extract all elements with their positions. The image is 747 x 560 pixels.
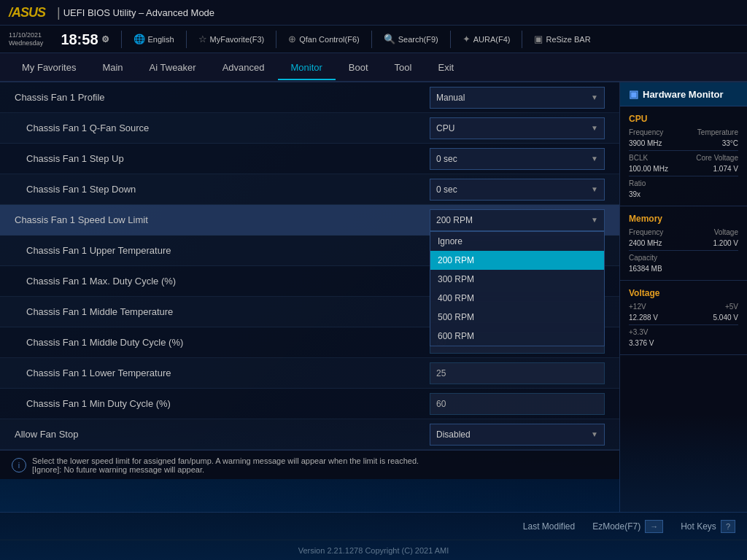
row-chassis-fan1-qfan-source: Chassis Fan 1 Q-Fan Source CPU ▼ — [0, 113, 619, 144]
hw-v12-value: 12.288 V — [629, 314, 658, 322]
value-chassis-fan1-lower-temp: 25 — [430, 362, 605, 384]
value-chassis-fan1-min-duty: 60 — [430, 393, 605, 415]
hw-cpu-freq-value: 3900 MHz — [629, 139, 662, 147]
value-chassis-fan1-step-down[interactable]: 0 sec ▼ — [430, 179, 605, 201]
row-chassis-fan1-lower-temp: Chassis Fan 1 Lower Temperature 25 — [0, 358, 619, 389]
hw-memory-section: Memory Frequency Voltage 2400 MHz 1.200 … — [620, 206, 747, 281]
value-chassis-fan1-speed-low-limit[interactable]: 200 RPM ▼ Ignore 200 RPM 300 RPM 400 RPM… — [430, 209, 605, 231]
resize-bar-btn[interactable]: ▣ ReSize BAR — [534, 34, 590, 44]
option-600rpm[interactable]: 600 RPM — [430, 327, 604, 346]
input-chassis-fan1-min-duty[interactable]: 60 — [430, 393, 605, 415]
search-btn[interactable]: 🔍 Search(F9) — [384, 34, 438, 44]
hw-divider-4 — [629, 324, 738, 325]
toolbar-divider-4 — [371, 31, 372, 48]
tab-tool[interactable]: Tool — [382, 56, 425, 80]
tab-boot[interactable]: Boot — [336, 56, 382, 80]
hw-cpu-bclk-row: BCLK Core Voltage — [629, 154, 738, 162]
tab-monitor[interactable]: Monitor — [278, 56, 336, 80]
hw-cpu-bclk-val-row: 100.00 MHz 1.074 V — [629, 165, 738, 173]
dropdown-allow-fan-stop[interactable]: Disabled ▼ — [430, 424, 605, 446]
logo: /ASUS — [9, 5, 45, 20]
hw-ratio-value: 39x — [629, 190, 640, 198]
info-icon: i — [12, 458, 26, 472]
date-display: 11/10/2021 Wednesday — [9, 31, 43, 47]
hw-mem-freq-label: Frequency — [629, 228, 663, 236]
value-allow-fan-stop[interactable]: Disabled ▼ — [430, 424, 605, 446]
header-bar: /ASUS | UEFI BIOS Utility – Advanced Mod… — [0, 0, 747, 26]
hw-mem-voltage-value: 1.200 V — [713, 239, 738, 247]
hw-mem-freq-row: Frequency Voltage — [629, 228, 738, 236]
datetime-display: 11/10/2021 Wednesday — [9, 31, 43, 47]
option-200rpm[interactable]: 200 RPM — [430, 251, 604, 270]
hw-mem-freq-value: 2400 MHz — [629, 239, 662, 247]
dropdown-chassis-fan1-profile[interactable]: Manual ▼ — [430, 87, 605, 109]
label-chassis-fan1-upper-temp: Chassis Fan 1 Upper Temperature — [15, 245, 430, 256]
hw-cpu-freq-row: Frequency Temperature — [629, 128, 738, 136]
option-300rpm[interactable]: 300 RPM — [430, 270, 604, 289]
label-chassis-fan1-step-down: Chassis Fan 1 Step Down — [15, 184, 430, 195]
hw-v5-label: +5V — [725, 303, 738, 311]
label-chassis-fan1-speed-low-limit: Chassis Fan 1 Speed Low Limit — [15, 214, 430, 225]
option-500rpm[interactable]: 500 RPM — [430, 308, 604, 327]
tab-main[interactable]: Main — [89, 56, 136, 80]
search-icon: 🔍 — [384, 34, 395, 44]
toolbar-divider-3 — [276, 31, 276, 48]
monitor-icon: ▣ — [629, 88, 638, 100]
tab-advanced[interactable]: Advanced — [209, 56, 278, 80]
chevron-down-icon-3: ▼ — [591, 155, 598, 163]
tab-my-favorites[interactable]: My Favorites — [9, 56, 89, 80]
chevron-down-icon-4: ▼ — [591, 185, 598, 193]
page-title: UEFI BIOS Utility – Advanced Mode — [63, 7, 214, 18]
hw-v33-value: 3.376 V — [629, 339, 654, 347]
time-display: 18:58 ⚙ — [61, 32, 109, 47]
toolbar-divider-2 — [186, 31, 187, 48]
toolbar: 11/10/2021 Wednesday 18:58 ⚙ 🌐 English ☆… — [0, 26, 747, 53]
hw-voltage-section: Voltage +12V +5V 12.288 V 5.040 V +3.3V … — [620, 281, 747, 355]
value-chassis-fan1-step-up[interactable]: 0 sec ▼ — [430, 148, 605, 170]
aura-btn[interactable]: ✦ AURA(F4) — [462, 34, 511, 44]
label-chassis-fan1-middle-temp: Chassis Fan 1 Middle Temperature — [15, 306, 430, 317]
option-ignore[interactable]: Ignore — [430, 232, 604, 251]
hw-v33-row: +3.3V — [629, 328, 738, 336]
hw-cpu-ratio-val-row: 39x — [629, 190, 738, 198]
globe-icon: 🌐 — [133, 34, 145, 44]
my-favorite-btn[interactable]: ☆ MyFavorite(F3) — [198, 34, 265, 44]
hw-cpu-section: CPU Frequency Temperature 3900 MHz 33°C … — [620, 106, 747, 206]
hw-core-voltage-value: 1.074 V — [713, 165, 738, 173]
hw-divider-3 — [629, 250, 738, 251]
label-chassis-fan1-profile: Chassis Fan 1 Profile — [15, 92, 430, 103]
fan-icon: ⊕ — [288, 34, 296, 44]
hw-divider-2 — [629, 176, 738, 176]
dropdown-chassis-fan1-qfan-source[interactable]: CPU ▼ — [430, 117, 605, 139]
hw-core-voltage-label: Core Voltage — [696, 154, 738, 162]
hw-mem-cap-value: 16384 MB — [629, 265, 662, 273]
dropdown-chassis-fan1-step-up[interactable]: 0 sec ▼ — [430, 148, 605, 170]
chevron-down-icon: ▼ — [591, 93, 598, 101]
tab-exit[interactable]: Exit — [425, 56, 467, 80]
label-chassis-fan1-qfan-source: Chassis Fan 1 Q-Fan Source — [15, 122, 430, 133]
dropdown-menu-speed-low-limit: Ignore 200 RPM 300 RPM 400 RPM 500 RPM 6… — [430, 231, 605, 346]
chevron-down-icon-5: ▼ — [591, 216, 598, 224]
status-text: Select the lower speed limit for assigne… — [32, 456, 608, 474]
settings-panel: Chassis Fan 1 Profile Manual ▼ Chassis F… — [0, 82, 619, 512]
value-chassis-fan1-profile[interactable]: Manual ▼ — [430, 87, 605, 109]
resize-icon: ▣ — [534, 34, 543, 44]
hw-bclk-label: BCLK — [629, 154, 648, 162]
input-chassis-fan1-lower-temp[interactable]: 25 — [430, 362, 605, 384]
hw-cpu-title: CPU — [629, 114, 738, 124]
settings-gear-icon[interactable]: ⚙ — [101, 35, 109, 44]
value-chassis-fan1-qfan-source[interactable]: CPU ▼ — [430, 117, 605, 139]
tab-ai-tweaker[interactable]: Ai Tweaker — [136, 56, 209, 80]
qfan-control-btn[interactable]: ⊕ Qfan Control(F6) — [288, 34, 360, 44]
dropdown-chassis-fan1-step-down[interactable]: 0 sec ▼ — [430, 179, 605, 201]
chevron-down-icon-6: ▼ — [591, 430, 598, 438]
label-chassis-fan1-lower-temp: Chassis Fan 1 Lower Temperature — [15, 368, 430, 378]
dropdown-chassis-fan1-speed-low-limit[interactable]: 200 RPM ▼ — [430, 209, 605, 231]
label-chassis-fan1-middle-duty: Chassis Fan 1 Middle Duty Cycle (%) — [15, 337, 430, 348]
hw-mem-cap-row: Capacity — [629, 254, 738, 262]
toolbar-divider-6 — [522, 31, 522, 48]
option-400rpm[interactable]: 400 RPM — [430, 289, 604, 308]
hw-cpu-temp-value: 33°C — [722, 139, 738, 147]
hw-v5-value: 5.040 V — [713, 314, 738, 322]
language-selector[interactable]: 🌐 English — [133, 34, 174, 44]
